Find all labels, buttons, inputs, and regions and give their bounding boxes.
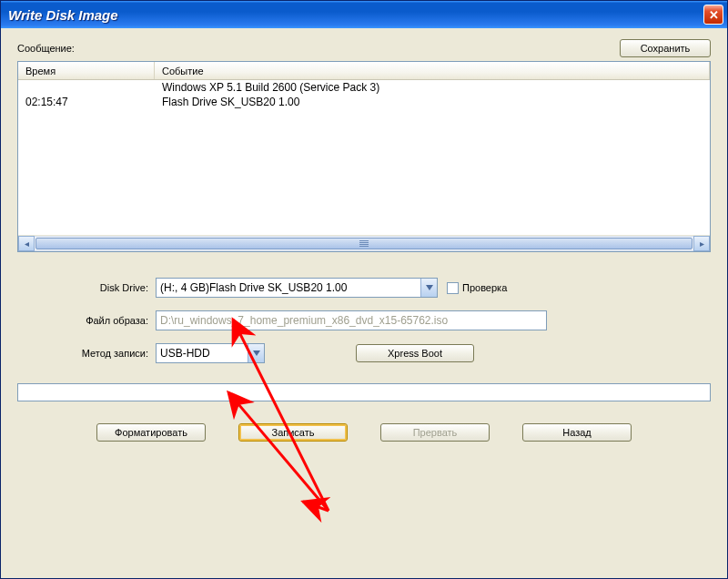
column-time[interactable]: Время [18,62,155,79]
close-icon: ✕ [709,8,719,22]
image-file-field: D:\ru_windows_7_home_premium_x86_dvd_x15… [156,310,547,330]
save-button[interactable]: Сохранить [620,39,711,57]
verify-label: Проверка [462,282,507,293]
close-button[interactable]: ✕ [703,5,723,25]
write-button[interactable]: Записать [238,423,348,442]
back-button[interactable]: Назад [522,423,632,442]
format-button[interactable]: Форматировать [96,423,206,442]
disk-drive-value: (H:, 4 GB)Flash Drive SK_USB20 1.00 [157,281,420,294]
table-row[interactable]: 02:15:47 Flash Drive SK_USB20 1.00 [18,95,710,109]
window-title: Write Disk Image [8,7,703,23]
log-listview[interactable]: Время Событие Windows XP 5.1 Build 2600 … [17,61,711,252]
table-row[interactable]: Windows XP 5.1 Build 2600 (Service Pack … [18,80,710,95]
dropdown-button[interactable] [420,279,437,297]
svg-line-1 [228,392,329,511]
cell-time: 02:15:47 [18,96,155,108]
horizontal-scrollbar[interactable]: ◂ ▸ [18,235,710,251]
disk-drive-select[interactable]: (H:, 4 GB)Flash Drive SK_USB20 1.00 [156,278,438,298]
cell-event: Flash Drive SK_USB20 1.00 [155,96,710,108]
xpress-boot-button[interactable]: Xpress Boot [356,344,474,362]
log-body: Windows XP 5.1 Build 2600 (Service Pack … [18,80,710,235]
write-method-value: USB-HDD [157,347,248,360]
scroll-right-button[interactable]: ▸ [693,236,710,251]
verify-checkbox[interactable]: Проверка [447,282,507,294]
disk-drive-label: Disk Drive: [17,282,156,293]
cell-event: Windows XP 5.1 Build 2600 (Service Pack … [155,81,710,94]
svg-line-2 [303,502,329,511]
scroll-track[interactable] [35,236,693,251]
chevron-right-icon: ▸ [700,239,704,249]
dropdown-button[interactable] [248,344,264,362]
chevron-down-icon [253,350,260,356]
chevron-left-icon: ◂ [25,239,29,249]
cell-time [18,81,155,94]
image-file-value: D:\ru_windows_7_home_premium_x86_dvd_x15… [157,314,546,327]
image-file-label: Файл образа: [17,315,156,326]
client-area: Сообщение: Сохранить Время Событие Windo… [1,28,727,578]
scroll-left-button[interactable]: ◂ [18,236,35,251]
progress-bar [17,383,711,401]
scroll-thumb[interactable] [35,238,693,249]
log-header: Время Событие [18,62,710,80]
titlebar[interactable]: Write Disk Image ✕ [1,1,727,28]
column-event[interactable]: Событие [155,62,710,79]
message-label: Сообщение: [17,43,75,54]
checkbox-box[interactable] [447,282,459,294]
write-method-label: Метод записи: [17,348,156,359]
abort-button: Прервать [380,423,490,442]
window: Write Disk Image ✕ Сообщение: Сохранить … [0,0,728,579]
chevron-down-icon [426,285,433,290]
write-method-select[interactable]: USB-HDD [156,343,265,363]
